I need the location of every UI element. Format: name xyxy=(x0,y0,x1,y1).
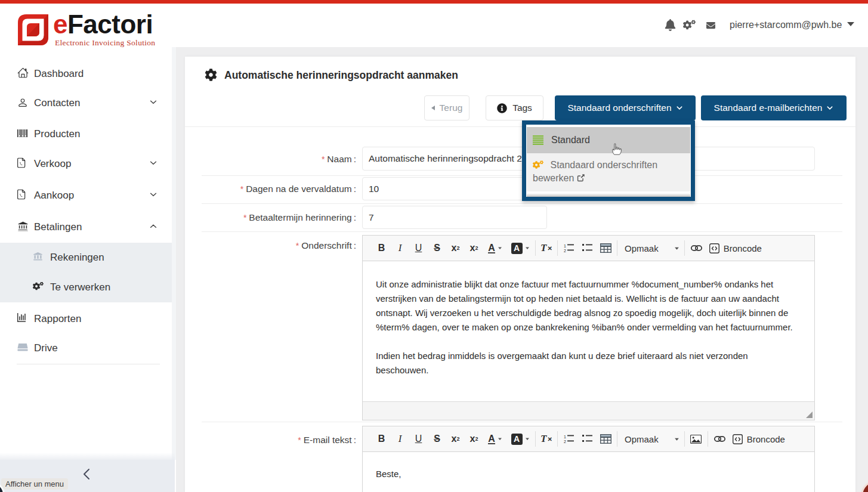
svg-text:1: 1 xyxy=(564,435,566,439)
svg-text:2: 2 xyxy=(564,249,566,253)
svg-text:1: 1 xyxy=(564,244,566,248)
svg-text:2: 2 xyxy=(564,440,566,444)
